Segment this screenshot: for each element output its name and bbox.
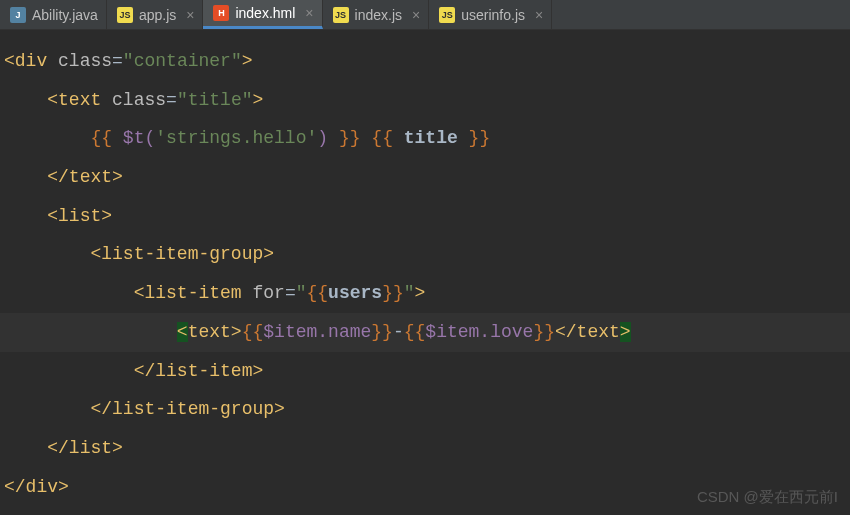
identifier: title xyxy=(404,128,458,148)
tag-name: list-item-group xyxy=(101,244,263,264)
tag-name: text xyxy=(58,90,101,110)
java-icon: J xyxy=(10,7,26,23)
tab-label: app.js xyxy=(139,7,176,23)
angle-open: < xyxy=(177,322,188,342)
tag-name: list-item-group xyxy=(112,399,274,419)
tab-ability-java[interactable]: J Ability.java xyxy=(0,0,107,29)
tab-index-js[interactable]: JS index.js × xyxy=(323,0,430,29)
tag-name: text xyxy=(577,322,620,342)
code-line[interactable]: </list-item> xyxy=(0,352,850,391)
tag-name: text xyxy=(69,167,112,187)
watermark-text: CSDN @爱在西元前I xyxy=(697,488,838,507)
code-editor[interactable]: <div class="container"> <text class="tit… xyxy=(0,30,850,506)
tag-name: list-item xyxy=(144,283,241,303)
expression: $item.love xyxy=(425,322,533,342)
string-literal: 'strings.hello' xyxy=(155,128,317,148)
code-line[interactable]: <list> xyxy=(0,197,850,236)
code-line-active[interactable]: <text>{{$item.name}}-{{$item.love}}</tex… xyxy=(0,313,850,352)
tab-index-hml[interactable]: H index.hml × xyxy=(203,0,322,29)
tab-app-js[interactable]: JS app.js × xyxy=(107,0,204,29)
attr-value: container xyxy=(134,51,231,71)
tab-label: Ability.java xyxy=(32,7,98,23)
js-icon: JS xyxy=(333,7,349,23)
close-icon[interactable]: × xyxy=(535,7,543,23)
close-icon[interactable]: × xyxy=(412,7,420,23)
mustache-close: }} xyxy=(339,128,361,148)
close-icon[interactable]: × xyxy=(186,7,194,23)
editor-tabs: J Ability.java JS app.js × H index.hml ×… xyxy=(0,0,850,30)
tag-name: list-item xyxy=(155,361,252,381)
mustache-open: {{ xyxy=(90,128,112,148)
code-line[interactable]: <div class="container"> xyxy=(0,42,850,81)
code-line[interactable]: <text class="title"> xyxy=(0,81,850,120)
tab-label: index.hml xyxy=(235,5,295,21)
code-line[interactable]: <list-item-group> xyxy=(0,235,850,274)
code-line[interactable]: </list-item-group> xyxy=(0,390,850,429)
js-icon: JS xyxy=(439,7,455,23)
expression: $item.name xyxy=(263,322,371,342)
tag-name: list xyxy=(58,206,101,226)
attr-value: title xyxy=(188,90,242,110)
expression: $t( xyxy=(123,128,155,148)
identifier: users xyxy=(328,283,382,303)
close-icon[interactable]: × xyxy=(305,5,313,21)
angle-close: > xyxy=(242,51,253,71)
angle-open: < xyxy=(4,51,15,71)
tab-label: userinfo.js xyxy=(461,7,525,23)
code-line[interactable]: <list-item for="{{users}}"> xyxy=(0,274,850,313)
code-line[interactable]: </text> xyxy=(0,158,850,197)
attr-name: class xyxy=(112,90,166,110)
tag-name: list xyxy=(69,438,112,458)
code-line[interactable]: {{ $t('strings.hello') }} {{ title }} xyxy=(0,119,850,158)
attr-name: class xyxy=(58,51,112,71)
tab-label: index.js xyxy=(355,7,402,23)
js-icon: JS xyxy=(117,7,133,23)
hml-icon: H xyxy=(213,5,229,21)
attr-name: for xyxy=(252,283,284,303)
angle-close: > xyxy=(620,322,631,342)
code-line[interactable]: </list> xyxy=(0,429,850,468)
tab-userinfo-js[interactable]: JS userinfo.js × xyxy=(429,0,552,29)
tag-name: text xyxy=(188,322,231,342)
tag-name: div xyxy=(26,477,58,497)
tag-name: div xyxy=(15,51,47,71)
